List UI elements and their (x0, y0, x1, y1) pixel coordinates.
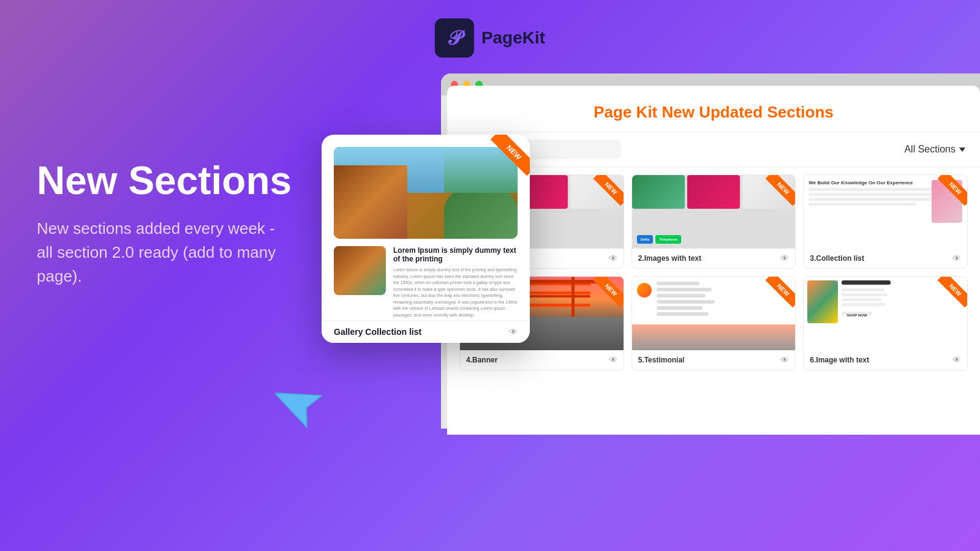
card-banner-footer: 4.Banner 👁 (460, 350, 624, 370)
gallery-card-label: Gallery Collection list (334, 327, 421, 337)
card-image-text-footer: 6.Image with text 👁 (804, 350, 967, 370)
testimonial-new-ribbon (758, 277, 795, 313)
hero-section: New Sections New sections added every we… (37, 159, 294, 288)
gallery-card[interactable]: Lorem Ipsum is simply dummy text of the … (322, 135, 530, 343)
testimonial-avatar (637, 283, 652, 298)
panel-title: Page Kit New Updated Sections (467, 103, 960, 122)
gallery-content-body: Lorem ipsum is simply dummy text of the … (393, 267, 518, 318)
panel-title-black: Page Kit New (594, 103, 699, 121)
gallery-new-ribbon (481, 135, 530, 184)
panel-title-orange: Updated Sections (699, 103, 834, 121)
card-collection-label: 3.Collection list (810, 254, 864, 263)
all-sections-button[interactable]: All Sections (904, 144, 965, 155)
gallery-thumb-image (334, 246, 386, 295)
testimonial-eye-icon[interactable]: 👁 (780, 355, 789, 365)
card-banner-label: 4.Banner (466, 356, 497, 364)
panel-header: Page Kit New Updated Sections (447, 86, 980, 132)
app-name: PageKit (481, 28, 545, 48)
header: 𝒫 PageKit (435, 18, 545, 58)
card-image-text-label: 6.Image with text (810, 356, 869, 364)
card-images-text-label: 2.Images with text (638, 254, 701, 263)
img-text-btn-2: Telephone (655, 235, 681, 244)
cursor-arrow-icon (275, 377, 338, 440)
banner-eye-icon[interactable]: 👁 (609, 355, 617, 365)
banner-new-ribbon (587, 277, 624, 313)
gallery-eye-icon[interactable]: 👁 (509, 327, 518, 337)
logo-icon: 𝒫 (447, 27, 461, 50)
image-text-new-ribbon (930, 277, 967, 313)
gallery-content-title: Lorem Ipsum is simply dummy text of the … (393, 246, 518, 263)
card-testimonial-image (632, 277, 796, 350)
images-text-new-ribbon (758, 175, 795, 212)
card-images-text-footer: 2.Images with text 👁 (632, 249, 796, 268)
card-testimonial-footer: 5.Testimonial 👁 (632, 350, 796, 370)
logo-box: 𝒫 (435, 18, 474, 58)
card-image-text-image: SHOP NOW (804, 277, 967, 350)
card-shop-button[interactable]: SHOP NOW (842, 312, 872, 315)
side-product-image (807, 280, 838, 323)
card-collection-image: We Build Our Knowledge On Our Experience (804, 175, 967, 249)
svg-marker-0 (275, 378, 330, 433)
testimonial-text (657, 282, 715, 318)
card-images-text[interactable]: Sofia Telephone 2.Images with text 👁 (631, 174, 796, 269)
img-text-img-2 (687, 175, 740, 209)
hero-title: New Sections (37, 159, 294, 202)
images-text-eye-icon[interactable]: 👁 (780, 253, 789, 263)
arrow-cursor (282, 383, 331, 435)
all-sections-label: All Sections (904, 144, 956, 155)
card-testimonial[interactable]: 5.Testimonial 👁 (631, 276, 796, 370)
card-images-text-image: Sofia Telephone (632, 175, 796, 249)
image-text-eye-icon[interactable]: 👁 (952, 355, 961, 365)
collection-eye-icon[interactable]: 👁 (952, 253, 961, 263)
img-text-img-1 (632, 175, 685, 209)
themes-eye-icon[interactable]: 👁 (609, 253, 617, 263)
gallery-card-footer: Gallery Collection list 👁 (322, 320, 530, 343)
card-collection-footer: 3.Collection list 👁 (804, 249, 967, 268)
card-testimonial-label: 5.Testimonial (638, 356, 685, 364)
card-collection[interactable]: We Build Our Knowledge On Our Experience… (803, 174, 968, 269)
themes-new-ribbon (587, 175, 624, 212)
dropdown-arrow-icon (959, 148, 965, 152)
img-text-btn-1: Sofia (637, 235, 654, 244)
collection-new-ribbon (930, 175, 967, 212)
hero-subtitle: New sections added every week - all sect… (37, 217, 294, 288)
card-image-text[interactable]: SHOP NOW 6.Image with text 👁 (803, 276, 968, 370)
